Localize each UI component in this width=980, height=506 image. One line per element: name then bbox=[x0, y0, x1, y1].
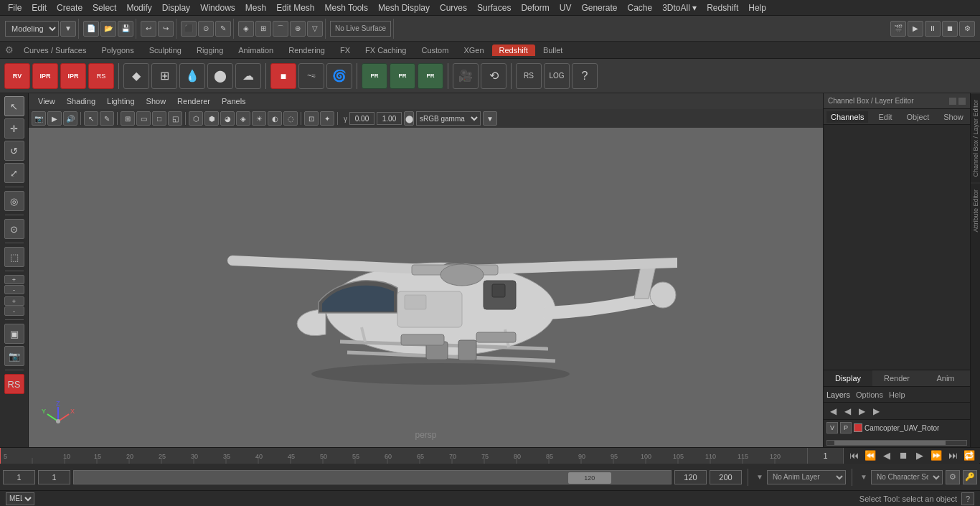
display-tab[interactable]: Display bbox=[824, 370, 872, 386]
render-settings-btn[interactable]: ⚙ bbox=[959, 21, 975, 37]
menu-mesh-display[interactable]: Mesh Display bbox=[373, 1, 435, 14]
shelf-tab-fx-caching[interactable]: FX Caching bbox=[358, 44, 413, 56]
tb-icon1[interactable]: ▼ bbox=[60, 21, 76, 37]
char-set-arrow[interactable]: ▼ bbox=[858, 472, 870, 483]
anim-layer-arrow[interactable]: ▼ bbox=[754, 472, 765, 483]
play-back-btn[interactable]: ◀ bbox=[879, 448, 895, 464]
shelf-sphere-icon[interactable]: ⬤ bbox=[207, 63, 233, 89]
shelf-tab-rigging[interactable]: Rigging bbox=[189, 44, 230, 56]
menu-redshift[interactable]: Redshift bbox=[702, 1, 743, 14]
soft-select-btn[interactable]: ◎ bbox=[4, 191, 24, 211]
step-fwd-btn[interactable]: ⏩ bbox=[928, 448, 944, 464]
layer-color-swatch[interactable] bbox=[854, 423, 862, 432]
vp-xray-btn[interactable]: ✦ bbox=[320, 111, 334, 126]
nudge-down-btn[interactable]: - bbox=[4, 306, 24, 316]
shelf-rs-light-icon[interactable]: 🌀 bbox=[326, 63, 352, 89]
menu-deform[interactable]: Deform bbox=[516, 1, 554, 14]
layers-scroll-thumb[interactable] bbox=[834, 441, 946, 445]
menu-file[interactable]: File bbox=[3, 1, 27, 14]
render-tab[interactable]: Render bbox=[872, 370, 921, 386]
vp-menu-renderer[interactable]: Renderer bbox=[172, 96, 215, 106]
shelf-rs1-icon[interactable]: RS bbox=[88, 63, 114, 89]
object-tab[interactable]: Object bbox=[902, 111, 933, 123]
vp-gate-mask-btn[interactable]: ◱ bbox=[168, 111, 182, 126]
shelf-tab-bullet[interactable]: Bullet bbox=[536, 44, 570, 56]
layer-row-1[interactable]: V P Camcopter_UAV_Rotor bbox=[824, 420, 970, 436]
layer-pickable-btn[interactable]: P bbox=[840, 422, 852, 434]
curve-snap-btn[interactable]: ⌒ bbox=[273, 21, 288, 37]
vp-resolution-btn[interactable]: □ bbox=[152, 111, 166, 126]
options-tab[interactable]: Options bbox=[856, 390, 883, 399]
vp-paint-btn[interactable]: ✎ bbox=[100, 111, 114, 126]
menu-uv[interactable]: UV bbox=[555, 1, 577, 14]
shelf-tab-animation[interactable]: Animation bbox=[231, 44, 281, 56]
undo-btn[interactable]: ↩ bbox=[141, 21, 156, 37]
menu-help[interactable]: Help bbox=[743, 1, 771, 14]
help-tab[interactable]: Help bbox=[889, 390, 905, 399]
render-view-btn[interactable]: 🎬 bbox=[890, 21, 906, 37]
menu-windows[interactable]: Windows bbox=[195, 1, 240, 14]
shelf-question-icon[interactable]: ? bbox=[572, 63, 598, 89]
panel-close-btn[interactable] bbox=[958, 98, 966, 105]
menu-select[interactable]: Select bbox=[88, 1, 121, 14]
menu-surfaces[interactable]: Surfaces bbox=[472, 1, 516, 14]
channels-tab[interactable]: Channels bbox=[826, 111, 868, 123]
menu-curves[interactable]: Curves bbox=[435, 1, 472, 14]
range-end-input[interactable]: 120 bbox=[674, 470, 707, 484]
shelf-drop-icon[interactable]: 💧 bbox=[179, 63, 205, 89]
snap-down-btn[interactable]: - bbox=[4, 285, 24, 294]
snap-up-btn[interactable]: + bbox=[4, 275, 24, 284]
vp-grid-btn[interactable]: ⊞ bbox=[121, 111, 135, 126]
stop-btn[interactable]: ⏹ bbox=[942, 21, 958, 37]
color-space-arrow[interactable]: ▼ bbox=[483, 111, 497, 126]
magnet-btn[interactable]: ◈ bbox=[238, 21, 254, 37]
loop-btn[interactable]: 🔁 bbox=[961, 448, 977, 464]
vp-light-btn[interactable]: ☀ bbox=[252, 111, 266, 126]
vp-shadow-btn[interactable]: ◐ bbox=[268, 111, 282, 126]
shelf-tab-fx[interactable]: FX bbox=[333, 44, 357, 56]
lasso-btn[interactable]: ⊙ bbox=[198, 21, 214, 37]
shelf-tab-sculpting[interactable]: Sculpting bbox=[142, 44, 189, 56]
pause-btn[interactable]: ⏸ bbox=[925, 21, 941, 37]
vp-menu-show[interactable]: Show bbox=[141, 96, 171, 106]
cam-btn[interactable]: 📷 bbox=[4, 346, 24, 366]
menu-mesh-tools[interactable]: Mesh Tools bbox=[320, 1, 373, 14]
shelf-pr2-icon[interactable]: PR bbox=[390, 63, 415, 89]
range-start-input[interactable]: 1 bbox=[3, 470, 35, 484]
range-thumb[interactable]: 120 bbox=[568, 472, 611, 484]
vp-wireframe-btn[interactable]: ⬢ bbox=[204, 111, 219, 126]
shelf-tab-redshift[interactable]: Redshift bbox=[492, 44, 535, 56]
lasso-select-btn[interactable]: ⬚ bbox=[4, 247, 24, 267]
vp-menu-panels[interactable]: Panels bbox=[217, 96, 251, 106]
surface-snap-btn[interactable]: ▽ bbox=[307, 21, 323, 37]
vp-camera-btn[interactable]: 📷 bbox=[32, 111, 46, 126]
render-btn[interactable]: ▣ bbox=[4, 324, 24, 344]
channel-box-edge-tab[interactable]: Channel Box / Layer Editor bbox=[971, 93, 980, 183]
gamma-input1[interactable]: 0.00 bbox=[349, 112, 374, 125]
nudge-up-btn[interactable]: + bbox=[4, 296, 24, 306]
vp-shading-btn[interactable]: ◕ bbox=[220, 111, 235, 126]
preferences-btn[interactable]: ⚙ bbox=[946, 470, 960, 484]
step-back-btn[interactable]: ⏪ bbox=[862, 448, 878, 464]
shelf-cloud-icon[interactable]: ☁ bbox=[235, 63, 261, 89]
layer-right-arrow2[interactable]: ▶ bbox=[870, 405, 882, 418]
go-start-btn[interactable]: ⏮ bbox=[846, 448, 862, 464]
script-lang-select[interactable]: MEL Python bbox=[6, 492, 34, 505]
grid-snap-btn[interactable]: ⊞ bbox=[255, 21, 271, 37]
save-file-btn[interactable]: 💾 bbox=[118, 21, 133, 37]
scale-tool-btn[interactable]: ⤢ bbox=[4, 163, 24, 183]
vp-film-btn[interactable]: ▶ bbox=[47, 111, 62, 126]
layers-scrollbar[interactable] bbox=[826, 440, 967, 446]
layer-left-arrow2[interactable]: ◀ bbox=[841, 405, 854, 418]
stop-btn[interactable]: ⏹ bbox=[895, 448, 911, 464]
shelf-proxy-icon[interactable]: ⟲ bbox=[481, 63, 507, 89]
open-file-btn[interactable]: 📂 bbox=[100, 21, 116, 37]
vp-menu-lighting[interactable]: Lighting bbox=[102, 96, 140, 106]
range-end2-input[interactable]: 200 bbox=[710, 470, 742, 484]
anim-layer-select[interactable]: No Anim Layer bbox=[767, 470, 846, 484]
vp-audio-btn[interactable]: 🔊 bbox=[63, 111, 77, 126]
new-file-btn[interactable]: 📄 bbox=[83, 21, 99, 37]
shelf-grid-icon[interactable]: ⊞ bbox=[151, 63, 177, 89]
move-tool-btn[interactable]: ✛ bbox=[4, 118, 24, 139]
shelf-gear-icon[interactable]: ⚙ bbox=[3, 44, 16, 57]
